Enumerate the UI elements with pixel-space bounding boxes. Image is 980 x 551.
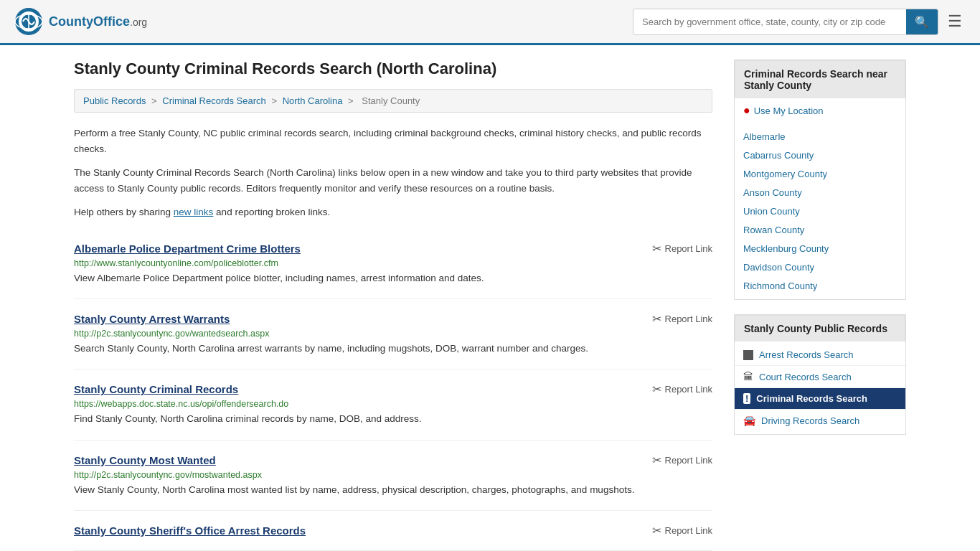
list-item: Mecklenburg County [735, 239, 905, 258]
list-item: Cabarrus County [735, 146, 905, 164]
sidebar: Criminal Records Search near Stanly Coun… [734, 60, 906, 551]
logo-text: CountyOffice.org [49, 14, 147, 29]
report-icon: ✂ [652, 382, 661, 396]
result-item: Stanly County Criminal Records ✂ Report … [74, 369, 712, 440]
search-box: 🔍 [633, 9, 938, 35]
menu-icon[interactable]: ☰ [944, 9, 966, 34]
result-title-link[interactable]: Albemarle Police Department Crime Blotte… [74, 242, 301, 255]
report-icon: ✂ [652, 524, 661, 537]
result-item: Stanly County Sheriff's Office Arrest Re… [74, 511, 712, 551]
page-title: Stanly County Criminal Records Search (N… [74, 60, 712, 78]
nearby-link[interactable]: Rowan County [743, 225, 804, 235]
result-url[interactable]: https://webapps.doc.state.nc.us/opi/offe… [74, 399, 712, 409]
breadcrumb-public-records[interactable]: Public Records [83, 95, 146, 106]
use-location[interactable]: ● Use My Location [735, 98, 905, 123]
public-records-list: Arrest Records Search 🏛 Court Records Se… [735, 342, 905, 434]
list-item: Davidson County [735, 258, 905, 276]
breadcrumb-stanly-county: Stanly County [362, 95, 420, 106]
result-desc: Find Stanly County, North Carolina crimi… [74, 412, 712, 426]
breadcrumb: Public Records > Criminal Records Search… [74, 89, 712, 113]
list-item: Richmond County [735, 276, 905, 295]
logo-icon [14, 7, 43, 36]
criminal-icon: ! [743, 393, 750, 404]
report-icon: ✂ [652, 453, 661, 467]
driving-records-link[interactable]: Driving Records Search [761, 415, 859, 426]
logo-area: CountyOffice.org [14, 7, 147, 36]
content-area: Stanly County Criminal Records Search (N… [74, 60, 712, 551]
list-item: Rowan County [735, 220, 905, 239]
nearby-link[interactable]: Davidson County [743, 262, 814, 273]
result-item: Stanly County Arrest Warrants ✂ Report L… [74, 299, 712, 369]
report-link[interactable]: ✂ Report Link [652, 524, 712, 537]
report-icon: ✂ [652, 312, 661, 326]
search-input[interactable] [633, 11, 906, 32]
report-link[interactable]: ✂ Report Link [652, 242, 712, 255]
breadcrumb-north-carolina[interactable]: North Carolina [283, 95, 343, 106]
list-item-active: ! Criminal Records Search [735, 388, 905, 410]
results-list: Albemarle Police Department Crime Blotte… [74, 229, 712, 551]
nearby-link[interactable]: Albemarle [743, 131, 786, 142]
nearby-link[interactable]: Mecklenburg County [743, 243, 829, 254]
result-desc: Search Stanly County, North Carolina arr… [74, 342, 712, 356]
report-link[interactable]: ✂ Report Link [652, 382, 712, 396]
list-item: Montgomery County [735, 164, 905, 183]
list-item: Arrest Records Search [735, 344, 905, 366]
search-button[interactable]: 🔍 [906, 9, 938, 34]
nearby-link[interactable]: Richmond County [743, 281, 817, 291]
report-icon: ✂ [652, 242, 661, 255]
nearby-link[interactable]: Union County [743, 206, 800, 217]
nearby-link[interactable]: Montgomery County [743, 169, 827, 179]
breadcrumb-criminal-records[interactable]: Criminal Records Search [162, 95, 266, 106]
nearby-list: Albemarle Cabarrus County Montgomery Cou… [735, 123, 905, 299]
nearby-title: Criminal Records Search near Stanly Coun… [735, 60, 905, 98]
arrest-icon [743, 350, 753, 360]
search-area: 🔍 ☰ [633, 9, 966, 35]
result-desc: View Albemarle Police Department police … [74, 271, 712, 286]
description-3: Help others by sharing new links and rep… [74, 204, 712, 220]
result-title-link[interactable]: Stanly County Most Wanted [74, 454, 216, 466]
list-item: Union County [735, 202, 905, 220]
report-link[interactable]: ✂ Report Link [652, 453, 712, 467]
public-records-section: Stanly County Public Records Arrest Reco… [734, 314, 906, 435]
list-item: Albemarle [735, 127, 905, 146]
report-link[interactable]: ✂ Report Link [652, 312, 712, 326]
site-header: CountyOffice.org 🔍 ☰ [0, 0, 980, 45]
public-records-title: Stanly County Public Records [735, 315, 905, 342]
result-item: Stanly County Most Wanted ✂ Report Link … [74, 441, 712, 511]
location-icon: ● [743, 104, 750, 117]
court-records-link[interactable]: Court Records Search [759, 372, 852, 382]
list-item: 🚘 Driving Records Search [735, 410, 905, 431]
list-item: 🏛 Court Records Search [735, 366, 905, 388]
description-2: The Stanly County Criminal Records Searc… [74, 165, 712, 196]
result-desc: View Stanly County, North Carolina most … [74, 483, 712, 497]
arrest-records-link[interactable]: Arrest Records Search [759, 349, 854, 360]
criminal-records-link[interactable]: Criminal Records Search [756, 393, 867, 404]
description-1: Perform a free Stanly County, NC public … [74, 126, 712, 156]
result-title-link[interactable]: Stanly County Criminal Records [74, 383, 238, 395]
nearby-link[interactable]: Anson County [743, 187, 802, 198]
court-icon: 🏛 [743, 371, 753, 382]
result-title-link[interactable]: Stanly County Arrest Warrants [74, 313, 230, 325]
new-links[interactable]: new links [174, 207, 214, 217]
result-url[interactable]: http://www.stanlycountyonline.com/police… [74, 258, 712, 268]
result-url[interactable]: http://p2c.stanlycountync.gov/mostwanted… [74, 470, 712, 480]
list-item: Anson County [735, 183, 905, 202]
result-item: Albemarle Police Department Crime Blotte… [74, 229, 712, 299]
result-url[interactable]: http://p2c.stanlycountync.gov/wantedsear… [74, 329, 712, 339]
nearby-link[interactable]: Cabarrus County [743, 150, 814, 161]
nearby-section: Criminal Records Search near Stanly Coun… [734, 60, 906, 300]
driving-icon: 🚘 [743, 415, 755, 426]
main-container: Stanly County Criminal Records Search (N… [60, 45, 920, 551]
result-title-link[interactable]: Stanly County Sheriff's Office Arrest Re… [74, 524, 306, 537]
